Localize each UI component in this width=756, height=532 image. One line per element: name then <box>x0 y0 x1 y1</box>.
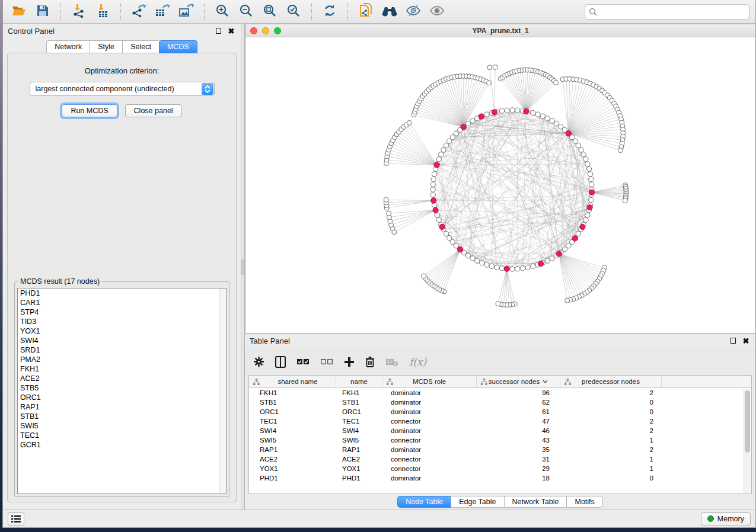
network-node[interactable] <box>515 108 520 113</box>
column-header-shared-name[interactable]: shared name <box>249 376 336 387</box>
cell-name[interactable]: SWI4 <box>336 426 382 435</box>
network-node[interactable] <box>446 235 451 240</box>
network-node[interactable] <box>554 80 559 85</box>
window-close-icon[interactable] <box>250 27 257 34</box>
network-node[interactable] <box>540 114 545 118</box>
mcds-result-item[interactable]: STB1 <box>18 412 226 421</box>
dominator-node[interactable] <box>580 224 585 229</box>
network-node[interactable] <box>493 65 497 69</box>
cell-predecessor-nodes[interactable]: 0 <box>560 407 662 416</box>
cell-shared-name[interactable]: YOX1 <box>249 464 336 473</box>
cell-successor-nodes[interactable]: 46 <box>477 426 560 435</box>
network-node[interactable] <box>439 152 444 157</box>
network-node[interactable] <box>465 253 470 258</box>
network-node[interactable] <box>484 112 489 117</box>
add-column-button[interactable] <box>344 353 355 371</box>
network-node[interactable] <box>586 166 591 171</box>
dominator-node[interactable] <box>566 131 571 136</box>
unselect-all-button[interactable] <box>320 353 333 371</box>
cell-shared-name[interactable]: ACE2 <box>249 454 336 464</box>
fit-content-button[interactable] <box>260 3 280 21</box>
network-node[interactable] <box>499 266 504 271</box>
network-node[interactable] <box>495 265 499 270</box>
network-node[interactable] <box>470 118 475 123</box>
run-mcds-button[interactable]: Run MCDS <box>62 104 117 117</box>
cell-shared-name[interactable]: PHD1 <box>249 473 336 483</box>
delete-column-button[interactable] <box>365 353 375 371</box>
mcds-result-item[interactable]: GCR1 <box>18 440 226 450</box>
tab-motifs[interactable]: Motifs <box>566 496 602 508</box>
table-row[interactable]: ORC1ORC1dominator610 <box>249 407 751 416</box>
splitter-grip[interactable] <box>241 259 244 275</box>
mcds-result-item[interactable]: FKH1 <box>18 364 226 374</box>
network-node[interactable] <box>583 217 588 222</box>
mcds-result-item[interactable]: STB5 <box>18 383 226 393</box>
table-row[interactable]: STB1STB1dominator620 <box>249 398 751 407</box>
cell-mcds-role[interactable]: dominator <box>382 473 477 483</box>
network-node[interactable] <box>487 65 492 70</box>
column-header-mcds-role[interactable]: MCDS role <box>382 376 477 387</box>
network-node[interactable] <box>499 108 504 113</box>
cell-mcds-role[interactable]: dominator <box>382 398 477 407</box>
column-header-predecessor-nodes[interactable]: predecessor nodes <box>560 376 662 387</box>
network-node[interactable] <box>576 231 580 236</box>
mcds-result-item[interactable]: PHD1 <box>18 289 226 298</box>
zoom-selected-button[interactable] <box>283 3 304 21</box>
mcds-result-item[interactable]: ACE2 <box>18 374 226 383</box>
import-table-button[interactable] <box>92 3 113 21</box>
export-network-button[interactable] <box>129 3 149 21</box>
network-node[interactable] <box>475 258 480 263</box>
export-table-button[interactable] <box>152 3 173 21</box>
memory-button[interactable]: Memory <box>701 512 751 525</box>
network-node[interactable] <box>583 157 588 162</box>
network-node[interactable] <box>444 231 448 236</box>
network-node[interactable] <box>430 193 435 197</box>
dominator-node[interactable] <box>556 251 562 257</box>
network-node[interactable] <box>589 197 594 202</box>
refresh-button[interactable] <box>320 3 340 21</box>
cell-shared-name[interactable]: FKH1 <box>249 388 336 398</box>
network-node[interactable] <box>585 213 590 217</box>
cell-shared-name[interactable]: ORC1 <box>249 407 336 416</box>
column-header-name[interactable]: name <box>336 376 382 387</box>
dominator-node[interactable] <box>457 247 462 252</box>
network-node[interactable] <box>515 267 520 271</box>
dominator-node[interactable] <box>431 198 436 203</box>
criterion-select[interactable]: largest connected component (undirected) <box>30 82 215 96</box>
table-row[interactable]: TEC1TEC1connector472 <box>249 416 751 426</box>
function-builder-button[interactable]: f(x) <box>409 353 426 371</box>
network-canvas[interactable] <box>245 37 755 333</box>
cell-predecessor-nodes[interactable]: 2 <box>560 426 662 435</box>
cell-mcds-role[interactable]: dominator <box>382 407 477 416</box>
cell-name[interactable]: TEC1 <box>336 416 382 426</box>
table-row[interactable]: PHD1PHD1dominator180 <box>249 473 751 483</box>
dominator-node[interactable] <box>433 207 438 213</box>
cell-shared-name[interactable]: RAP1 <box>249 445 336 454</box>
network-node[interactable] <box>422 274 426 278</box>
network-node[interactable] <box>480 261 484 265</box>
cell-predecessor-nodes[interactable]: 0 <box>560 398 662 407</box>
network-search-input[interactable] <box>585 4 749 20</box>
network-node[interactable] <box>623 198 627 203</box>
network-node[interactable] <box>579 148 583 152</box>
network-node[interactable] <box>589 182 594 187</box>
table-row[interactable]: SWI5SWI5connector431 <box>249 435 751 445</box>
network-node[interactable] <box>470 256 475 261</box>
network-node[interactable] <box>384 197 388 202</box>
dominator-node[interactable] <box>504 266 509 271</box>
table-scrollbar[interactable] <box>744 389 751 493</box>
import-network-button[interactable] <box>69 3 89 21</box>
network-graph[interactable] <box>245 37 755 333</box>
mcds-result-item[interactable]: SWI4 <box>18 336 226 345</box>
delete-table-button[interactable] <box>385 353 398 371</box>
list-scrollbar[interactable] <box>219 289 226 493</box>
vertical-splitter[interactable] <box>241 24 245 509</box>
network-node[interactable] <box>489 264 494 268</box>
network-node[interactable] <box>496 302 500 306</box>
cell-successor-nodes[interactable]: 29 <box>477 464 560 473</box>
save-session-button[interactable] <box>33 3 53 21</box>
network-node[interactable] <box>441 148 446 152</box>
cell-mcds-role[interactable]: connector <box>382 454 477 464</box>
cell-name[interactable]: YOX1 <box>336 464 382 473</box>
cell-name[interactable]: RAP1 <box>336 445 382 454</box>
